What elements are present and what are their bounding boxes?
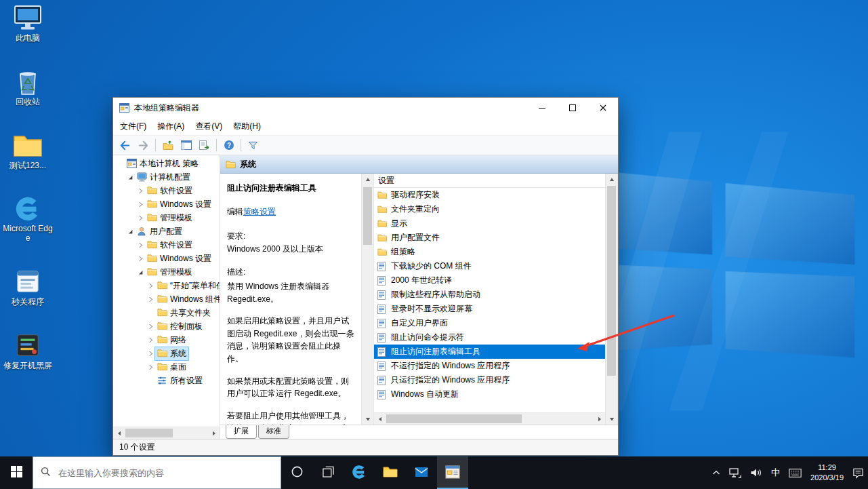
tree-item[interactable]: 软件设置 [113, 238, 220, 252]
description-vertical-scrollbar[interactable] [361, 174, 374, 425]
expander-icon[interactable] [136, 188, 145, 194]
scroll-down-button[interactable] [362, 413, 373, 425]
tree-horizontal-scrollbar[interactable] [113, 427, 220, 439]
close-button[interactable] [587, 98, 618, 118]
up-one-level-button[interactable] [159, 138, 176, 153]
setting-item[interactable]: 用户配置文件 [374, 231, 605, 245]
taskbar-search-box[interactable] [33, 456, 281, 489]
taskbar-file-explorer-button[interactable] [375, 456, 406, 489]
setting-item[interactable]: 阻止访问注册表编辑工具 [374, 345, 605, 359]
tree-item[interactable]: 所有设置 [113, 374, 220, 387]
clock[interactable]: 11:29 2020/3/19 [810, 463, 844, 483]
scroll-up-button[interactable] [606, 174, 617, 185]
tree-item[interactable]: Windows 设置 [113, 197, 220, 211]
touch-keyboard-icon[interactable] [789, 469, 802, 477]
tree-item[interactable]: “开始”菜单和任务栏 [113, 279, 220, 292]
window-titlebar[interactable]: 本地组策略编辑器 [113, 98, 618, 118]
expander-icon[interactable] [136, 242, 145, 248]
setting-item[interactable]: 登录时不显示欢迎屏幕 [374, 302, 605, 316]
setting-item[interactable]: 驱动程序安装 [374, 188, 605, 202]
start-button[interactable] [0, 456, 33, 489]
settings-vertical-scrollbar[interactable] [605, 174, 618, 425]
network-icon[interactable] [729, 468, 741, 478]
menu-help[interactable]: 帮助(H) [228, 121, 266, 132]
scroll-left-button[interactable] [113, 427, 125, 439]
setting-item[interactable]: 下载缺少的 COM 组件 [374, 259, 605, 273]
setting-item[interactable]: 显示 [374, 216, 605, 231]
scrollbar-thumb[interactable] [363, 187, 372, 245]
taskbar-edge-button[interactable] [344, 456, 375, 489]
filter-button[interactable] [245, 138, 262, 153]
tree-item[interactable]: 管理模板 [113, 211, 220, 224]
expander-icon[interactable] [136, 256, 145, 262]
tree-item[interactable]: 管理模板 [113, 265, 220, 279]
menu-view[interactable]: 查看(V) [190, 121, 228, 132]
scroll-left-button[interactable] [374, 413, 386, 425]
desktop-icon[interactable]: 测试123... [3, 132, 53, 171]
tree-item[interactable]: Windows 组件 [113, 292, 220, 306]
desktop-icon[interactable]: 修复开机黑屏 [3, 332, 53, 371]
scroll-right-button[interactable] [208, 427, 220, 439]
settings-horizontal-scrollbar[interactable] [374, 412, 605, 425]
tree-item[interactable]: 用户配置 [113, 224, 220, 238]
volume-icon[interactable] [750, 468, 762, 477]
expander-icon[interactable] [146, 324, 155, 330]
expander-icon[interactable] [136, 215, 145, 221]
expander-icon[interactable] [126, 174, 135, 180]
tree-item[interactable]: 桌面 [113, 360, 220, 374]
search-input[interactable] [57, 467, 273, 479]
tree-item[interactable]: 软件设置 [113, 184, 220, 197]
scrollbar-thumb[interactable] [386, 414, 522, 423]
setting-item[interactable]: 文件夹重定向 [374, 202, 605, 216]
export-list-button[interactable] [196, 138, 213, 153]
setting-item[interactable]: 自定义用户界面 [374, 316, 605, 330]
menu-file[interactable]: 文件(F) [115, 121, 152, 132]
expander-icon[interactable] [126, 229, 135, 235]
ime-indicator[interactable]: 中 [771, 467, 780, 479]
expander-icon[interactable] [146, 296, 155, 302]
expander-icon[interactable] [146, 351, 155, 357]
settings-column-header[interactable]: 设置 [374, 174, 605, 188]
action-center-icon[interactable] [852, 467, 864, 479]
forward-button[interactable] [135, 138, 152, 153]
expander-icon[interactable] [136, 201, 145, 208]
help-button[interactable]: ? [220, 138, 237, 153]
maximize-button[interactable] [557, 98, 587, 118]
tree-item[interactable]: 控制面板 [113, 319, 220, 333]
desktop-icon[interactable]: Microsoft Edge [3, 195, 53, 243]
tab-extended[interactable]: 扩展 [226, 425, 257, 439]
scroll-up-button[interactable] [362, 174, 373, 185]
tree-item[interactable]: 本地计算机 策略 [113, 157, 220, 170]
scroll-right-button[interactable] [594, 413, 605, 425]
tree-item[interactable]: Windows 设置 [113, 252, 220, 265]
taskbar-mail-button[interactable] [406, 456, 437, 489]
setting-item[interactable]: 2000 年世纪转译 [374, 273, 605, 288]
desktop-icon[interactable]: 秒关程序 [3, 268, 53, 307]
setting-item[interactable]: 限制这些程序从帮助启动 [374, 288, 605, 302]
expander-icon[interactable] [136, 269, 145, 275]
scrollbar-thumb[interactable] [125, 429, 173, 437]
scroll-down-button[interactable] [606, 413, 617, 425]
setting-item[interactable]: 阻止访问命令提示符 [374, 330, 605, 345]
scrollbar-thumb[interactable] [607, 186, 616, 376]
taskbar-gpedit-button[interactable] [437, 456, 468, 489]
hidden-icons-chevron-icon[interactable] [712, 470, 720, 475]
minimize-button[interactable] [526, 98, 557, 118]
tree-item[interactable]: 共享文件夹 [113, 306, 220, 319]
taskbar-task-view-button[interactable] [312, 456, 344, 489]
desktop-icon[interactable]: 回收站 [3, 68, 53, 107]
setting-item[interactable]: 不运行指定的 Windows 应用程序 [374, 359, 605, 373]
taskbar-cortana-button[interactable] [281, 456, 312, 489]
edit-policy-link[interactable]: 策略设置 [243, 207, 276, 216]
tree-item[interactable]: 系统 [113, 347, 220, 360]
desktop-icon[interactable]: 此电脑 [3, 4, 53, 43]
setting-item[interactable]: 只运行指定的 Windows 应用程序 [374, 373, 605, 387]
setting-item[interactable]: 组策略 [374, 245, 605, 259]
expander-icon[interactable] [146, 283, 155, 289]
tree-item[interactable]: 网络 [113, 333, 220, 347]
console-window-button[interactable] [178, 138, 194, 153]
back-button[interactable] [117, 138, 133, 153]
setting-item[interactable]: Windows 自动更新 [374, 387, 605, 402]
expander-icon[interactable] [146, 364, 155, 370]
expander-icon[interactable] [146, 337, 155, 343]
